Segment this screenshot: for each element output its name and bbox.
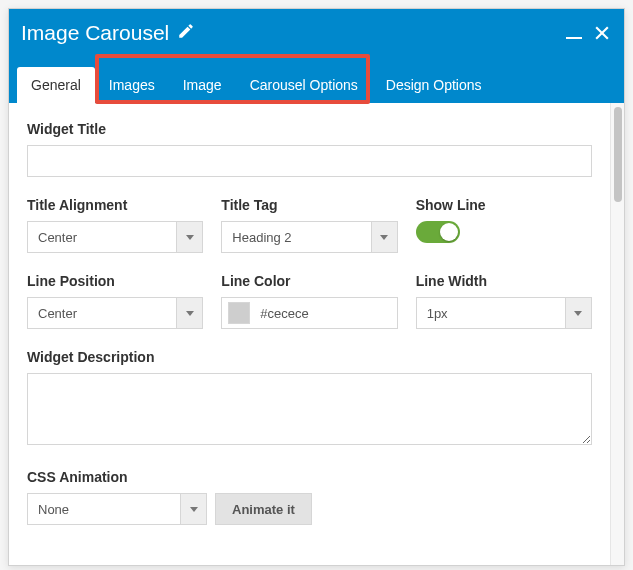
select-value: 1px: [417, 298, 565, 328]
panel-general: Widget Title Title Alignment Center Titl…: [9, 103, 610, 565]
tab-bar: General Images Image Carousel Options De…: [9, 57, 624, 103]
widget-description-textarea[interactable]: [27, 373, 592, 445]
label-show-line: Show Line: [416, 197, 592, 213]
scrollbar[interactable]: [610, 103, 624, 565]
select-value: None: [28, 494, 180, 524]
titlebar: Image Carousel: [9, 9, 624, 57]
field-widget-description: Widget Description: [27, 349, 592, 449]
button-label: Animate it: [232, 502, 295, 517]
select-value: Center: [28, 298, 176, 328]
tab-label: Image: [183, 77, 222, 93]
chevron-down-icon: [371, 222, 397, 252]
tab-label: Carousel Options: [250, 77, 358, 93]
tab-label: Design Options: [386, 77, 482, 93]
color-hex: #cecece: [260, 306, 308, 321]
field-title-tag: Title Tag Heading 2: [221, 197, 397, 253]
chevron-down-icon: [565, 298, 591, 328]
label-title-alignment: Title Alignment: [27, 197, 203, 213]
label-line-color: Line Color: [221, 273, 397, 289]
field-show-line: Show Line: [416, 197, 592, 253]
field-css-animation: CSS Animation None Animate it: [27, 469, 592, 525]
tab-design-options[interactable]: Design Options: [372, 67, 496, 103]
tab-label: General: [31, 77, 81, 93]
animate-it-button[interactable]: Animate it: [215, 493, 312, 525]
chevron-down-icon: [180, 494, 206, 524]
close-icon[interactable]: [592, 23, 612, 43]
chevron-down-icon: [176, 222, 202, 252]
show-line-toggle[interactable]: [416, 221, 460, 243]
label-title-tag: Title Tag: [221, 197, 397, 213]
pencil-icon[interactable]: [177, 21, 195, 45]
label-widget-description: Widget Description: [27, 349, 592, 365]
title-alignment-select[interactable]: Center: [27, 221, 203, 253]
select-value: Center: [28, 222, 176, 252]
scrollbar-thumb[interactable]: [614, 107, 622, 202]
line-width-select[interactable]: 1px: [416, 297, 592, 329]
select-value: Heading 2: [222, 222, 370, 252]
field-widget-title: Widget Title: [27, 121, 592, 177]
window-controls: [566, 23, 612, 43]
dialog-window: Image Carousel General Images Image Caro…: [8, 8, 625, 566]
title-tag-select[interactable]: Heading 2: [221, 221, 397, 253]
tab-carousel-options[interactable]: Carousel Options: [236, 67, 372, 103]
label-line-width: Line Width: [416, 273, 592, 289]
field-line-position: Line Position Center: [27, 273, 203, 329]
dialog-title: Image Carousel: [21, 21, 169, 45]
field-title-alignment: Title Alignment Center: [27, 197, 203, 253]
color-swatch: [228, 302, 250, 324]
tab-images[interactable]: Images: [95, 67, 169, 103]
content-wrap: Widget Title Title Alignment Center Titl…: [9, 103, 624, 565]
chevron-down-icon: [176, 298, 202, 328]
toggle-knob: [440, 223, 458, 241]
tab-general[interactable]: General: [17, 67, 95, 103]
tab-image[interactable]: Image: [169, 67, 236, 103]
label-widget-title: Widget Title: [27, 121, 592, 137]
line-position-select[interactable]: Center: [27, 297, 203, 329]
minimize-icon[interactable]: [566, 27, 582, 39]
field-line-width: Line Width 1px: [416, 273, 592, 329]
line-color-input[interactable]: #cecece: [221, 297, 397, 329]
css-animation-select[interactable]: None: [27, 493, 207, 525]
label-line-position: Line Position: [27, 273, 203, 289]
field-line-color: Line Color #cecece: [221, 273, 397, 329]
dialog-title-wrap: Image Carousel: [21, 21, 195, 45]
tab-label: Images: [109, 77, 155, 93]
label-css-animation: CSS Animation: [27, 469, 592, 485]
widget-title-input[interactable]: [27, 145, 592, 177]
